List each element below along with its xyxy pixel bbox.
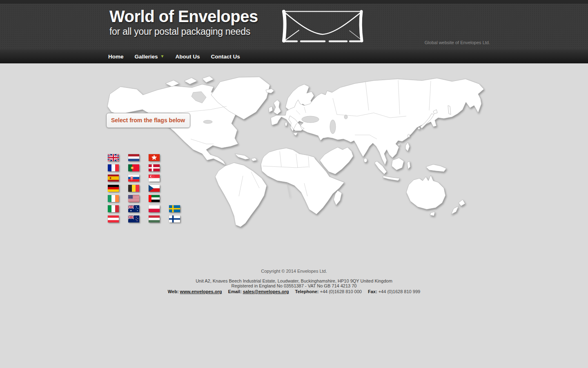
flag-pt[interactable] xyxy=(128,164,139,171)
flag-us[interactable] xyxy=(128,195,139,202)
flag-es[interactable] xyxy=(108,175,119,182)
nav-item-home[interactable]: Home xyxy=(108,54,124,60)
flag-fi[interactable] xyxy=(169,215,180,222)
nav-item-contact-us[interactable]: Contact Us xyxy=(211,54,240,60)
flag-grid xyxy=(108,154,180,222)
top-strip xyxy=(0,0,588,4)
nav-item-about-us[interactable]: About Us xyxy=(175,54,200,60)
main-nav: HomeGalleries▼About UsContact Us xyxy=(0,49,588,63)
footer-address-block: Unit A2, Knaves Beech Industrial Estate,… xyxy=(0,278,588,294)
web-label: Web: xyxy=(168,289,179,294)
global-note: Global website of Envelopes Ltd. xyxy=(425,40,490,45)
flag-dk[interactable] xyxy=(149,164,160,171)
brand-tagline: for all your postal packaging needs xyxy=(109,26,258,37)
brand-title: World of Envelopes xyxy=(109,7,258,26)
flag-nz[interactable] xyxy=(128,215,139,222)
flag-pl[interactable] xyxy=(149,205,160,212)
nav-item-galleries[interactable]: Galleries▼ xyxy=(135,54,165,60)
map-australia xyxy=(406,175,445,209)
envelope-logo-icon xyxy=(280,9,365,43)
flag-cz[interactable] xyxy=(149,185,160,192)
flag-sg[interactable] xyxy=(149,175,160,182)
registration-line: Registered in England No 03551387 - VAT … xyxy=(0,283,588,288)
flag-fr[interactable] xyxy=(108,164,119,171)
nav-item-label: Contact Us xyxy=(211,54,240,60)
map-new-zealand xyxy=(459,200,465,206)
flag-ae[interactable] xyxy=(149,195,160,202)
email-label: Email: xyxy=(228,289,242,294)
flag-gb[interactable] xyxy=(108,154,119,161)
flag-se[interactable] xyxy=(169,205,180,212)
email-link[interactable]: sales@envelopes.org xyxy=(243,289,289,294)
nav-item-label: Galleries xyxy=(135,54,158,60)
copyright-text: Copyright © 2014 Envelopes Ltd. xyxy=(0,269,588,274)
site-header: World of Envelopes for all your postal p… xyxy=(0,4,588,49)
brand-block: World of Envelopes for all your postal p… xyxy=(109,7,258,37)
fax-label: Fax: xyxy=(368,289,377,294)
phone-label: Telephone: xyxy=(295,289,319,294)
flag-au[interactable] xyxy=(128,205,139,212)
flag-at[interactable] xyxy=(108,215,119,222)
page: World of Envelopes for all your postal p… xyxy=(0,0,588,368)
select-flags-prompt: Select from the flags below xyxy=(106,113,190,128)
nav-item-label: About Us xyxy=(175,54,200,60)
phone-number: +44 (0)1628 810 000 xyxy=(320,289,361,294)
flag-be[interactable] xyxy=(128,185,139,192)
select-flags-prompt-text: Select from the flags below xyxy=(111,117,185,123)
flag-hu[interactable] xyxy=(149,215,160,222)
fax-number: +44 (0)1628 810 999 xyxy=(379,289,420,294)
contact-line: Web: www.envelopes.org Email: sales@enve… xyxy=(0,289,588,294)
flag-ie[interactable] xyxy=(108,195,119,202)
address-line: Unit A2, Knaves Beech Industrial Estate,… xyxy=(0,278,588,283)
flag-de[interactable] xyxy=(108,185,119,192)
flag-sk[interactable] xyxy=(128,175,139,182)
nav-item-label: Home xyxy=(108,54,124,60)
flag-nl[interactable] xyxy=(128,154,139,161)
flag-hk[interactable] xyxy=(149,154,160,161)
chevron-down-icon: ▼ xyxy=(160,54,165,58)
map-uk xyxy=(274,100,281,114)
flag-it[interactable] xyxy=(108,205,119,212)
map-south-america xyxy=(215,163,267,227)
web-link[interactable]: www.envelopes.org xyxy=(180,289,222,294)
